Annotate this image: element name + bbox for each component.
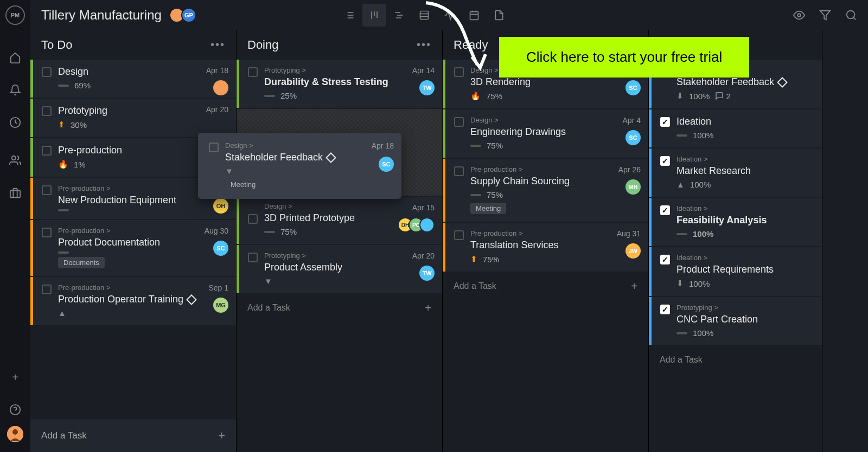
assignee-avatar[interactable]: TW [419,80,435,95]
task-checkbox[interactable] [42,146,52,156]
task-card[interactable]: Ideation > Feasibility Analysis 100% [649,198,822,246]
task-checkbox[interactable] [42,106,52,116]
team-icon[interactable] [9,154,22,167]
assignee-avatar[interactable]: JW [626,243,641,259]
milestone-icon [777,77,788,88]
task-card[interactable]: Pre-production > Product Documentation D… [30,220,236,276]
assignee-avatar[interactable]: SC [213,241,228,256]
task-card[interactable]: Prototyping ⬆30% Apr 20 [30,99,236,137]
task-date: Apr 18 [206,66,228,75]
assignee-avatars[interactable]: DH PC [402,217,435,233]
task-percent: 100% [690,180,711,189]
task-checkbox-done[interactable] [660,156,670,166]
task-date: Apr 20 [412,251,435,260]
assignee-avatar[interactable] [213,80,228,95]
home-icon[interactable] [9,51,22,64]
board-view-icon[interactable] [362,4,386,27]
task-card[interactable]: Pre-production > Supply Chain Sourcing 7… [443,159,648,222]
assignee-avatar[interactable]: SC [626,80,641,95]
progress-icon [676,134,687,137]
task-card[interactable]: Prototyping > Durability & Stress Testin… [237,60,442,108]
task-checkbox-done[interactable] [660,205,670,215]
progress-icon [58,251,69,254]
list-view-icon[interactable] [337,4,361,27]
comments-icon[interactable]: 2 [715,92,730,101]
task-card[interactable]: Design 69% Apr 18 [30,60,236,98]
svg-point-1 [12,156,16,160]
assignee-avatar[interactable]: SC [626,130,641,145]
member-avatar-gp[interactable]: GP [181,8,196,23]
task-checkbox[interactable] [248,214,258,224]
current-user-avatar[interactable] [7,426,23,442]
task-percent: 100% [689,279,710,288]
column-todo: To Do ••• Design 69% Apr 18 Prototyping … [30,30,237,452]
project-members[interactable]: GP [173,8,196,23]
task-checkbox[interactable] [42,285,52,294]
assignee-avatar[interactable]: MH [626,179,641,195]
task-checkbox[interactable] [454,166,464,176]
add-task-button[interactable]: Add a Task [649,346,822,373]
svg-point-5 [12,429,18,435]
task-title: CNC Part Creation [676,314,813,325]
task-card[interactable]: Ideation 100% [649,109,822,147]
add-icon[interactable]: + [9,371,22,384]
task-title: Supply Chain Sourcing [470,176,640,187]
assignee-avatar[interactable]: OH [213,198,228,214]
help-icon[interactable] [9,403,22,416]
priority-down-icon: ⬇ [676,279,684,288]
task-checkbox-done[interactable] [660,255,670,264]
briefcase-icon[interactable] [9,186,22,199]
progress-icon [676,332,687,334]
task-checkbox[interactable] [42,228,52,237]
filter-icon[interactable] [819,9,831,21]
assignee-avatar[interactable]: TW [419,266,435,281]
visibility-icon[interactable] [793,9,805,21]
plus-icon: + [425,302,431,314]
task-card[interactable]: Pre-production > Translation Services ⬆7… [443,223,648,272]
task-card[interactable]: Prototyping > CNC Part Creation 100% [649,297,822,345]
search-icon[interactable] [845,9,857,21]
task-tag: Meeting [470,203,506,214]
task-title: Engineering Drawings [470,126,640,138]
add-task-button[interactable]: Add a Task+ [237,294,442,321]
task-checkbox[interactable] [42,67,52,77]
task-title: Prototyping [58,105,227,117]
task-title: Stakeholder Feedback [225,152,391,163]
task-card[interactable]: Ideation > Market Research ▲100% [649,148,822,197]
task-checkbox-done[interactable] [660,305,670,314]
task-card[interactable]: Prototyping > Product Assembly ▼ Apr 20 … [237,245,442,293]
notifications-icon[interactable] [9,83,22,96]
task-category: Design > [264,202,433,210]
task-checkbox[interactable] [209,143,219,152]
app-logo[interactable]: PM [5,5,25,25]
milestone-icon [186,294,197,305]
task-card[interactable]: Design > Engineering Drawings 75% Apr 4 … [443,109,648,158]
task-date: Aug 30 [205,227,228,235]
add-task-button[interactable]: Add a Task+ [443,273,648,300]
task-card[interactable]: Ideation > Product Requirements ⬇100% [649,247,822,296]
task-checkbox-done[interactable] [660,117,670,127]
assignee-avatar[interactable]: SC [379,157,394,172]
cta-banner[interactable]: Click here to start your free trial [499,37,749,78]
column-done: Ideation > Stakeholder Feedback ⬇100%2 I… [649,30,822,452]
column-menu-icon[interactable]: ••• [210,38,225,51]
task-card[interactable]: Design > 3D Printed Prototype 75% Apr 15… [237,197,442,244]
task-card[interactable]: Pre-production > Production Operator Tra… [30,277,236,325]
task-checkbox[interactable] [248,253,258,262]
task-checkbox[interactable] [454,230,464,240]
task-title: Product Requirements [676,264,813,275]
assignee-avatar[interactable]: MG [213,298,228,313]
dragging-card[interactable]: Design > Stakeholder Feedback ▼ Meeting … [198,133,401,199]
task-title: Ideation [676,116,813,127]
task-title: Feasibility Analysis [676,215,813,226]
progress-icon [58,85,69,87]
task-category: Pre-production > [470,165,640,173]
add-task-button[interactable]: Add a Task+ [30,419,236,452]
task-category: Ideation > [676,155,813,163]
task-checkbox[interactable] [42,185,52,195]
gantt-view-icon[interactable] [387,4,411,27]
task-tag: Meeting [225,179,261,190]
task-checkbox[interactable] [248,67,258,77]
task-checkbox[interactable] [454,117,464,127]
recent-icon[interactable] [9,116,22,129]
